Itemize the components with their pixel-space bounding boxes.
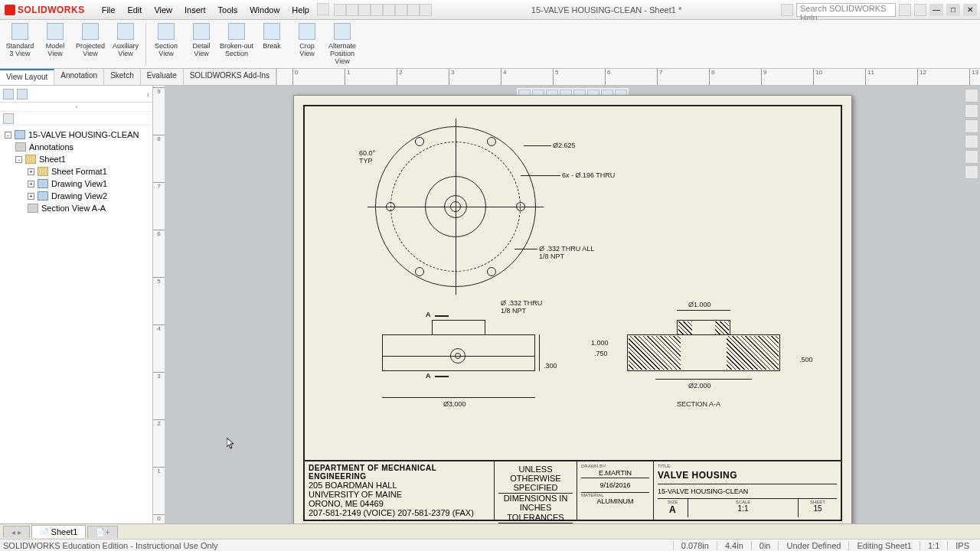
view-palette-icon[interactable] <box>965 135 978 148</box>
tree-sheet-format[interactable]: +Sheet Format1 <box>2 165 151 178</box>
print-icon[interactable] <box>371 4 383 16</box>
view-icon <box>38 179 48 188</box>
filter-icon[interactable] <box>3 113 14 124</box>
select-icon[interactable] <box>395 4 407 16</box>
menu-view[interactable]: View <box>149 3 177 17</box>
dim-angle: 60.0° TYP <box>359 149 375 165</box>
tab-view-layout[interactable]: View Layout <box>0 69 54 85</box>
menu-edit[interactable]: Edit <box>122 3 146 17</box>
tree-sheet1[interactable]: -Sheet1 <box>2 153 151 165</box>
ruler-h-tick: 9 <box>761 69 766 85</box>
menu-help[interactable]: Help <box>287 3 314 17</box>
menu-file[interactable]: File <box>97 3 120 17</box>
toggle-icon[interactable]: + <box>28 193 34 200</box>
centerline-horiz <box>382 356 535 357</box>
toggle-icon[interactable]: - <box>5 132 11 139</box>
broken-section-button[interactable]: Broken-out Section <box>220 21 253 59</box>
sheet-tab-prev[interactable]: ◂ ▸ <box>3 526 30 538</box>
section-hatch <box>678 321 692 334</box>
tb-scale: 1:1 <box>691 504 795 513</box>
status-defined: Under Defined <box>778 541 848 550</box>
projected-view-button[interactable]: Projected View <box>74 21 107 59</box>
tab-addins[interactable]: SOLIDWORKS Add-Ins <box>184 69 276 85</box>
tb-date: 9/16/2016 <box>581 478 649 493</box>
status-x: 0.078in <box>673 541 717 550</box>
section-view-button[interactable]: Section View <box>149 21 183 59</box>
new-icon[interactable] <box>334 4 346 16</box>
design-library-icon[interactable] <box>965 104 978 118</box>
section-arrow <box>435 376 449 377</box>
custom-props-icon[interactable] <box>965 165 978 179</box>
command-tabs: View Layout Annotation Sketch Evaluate S… <box>0 69 980 86</box>
projected-view-icon <box>82 23 99 40</box>
drawing-icon <box>15 130 25 139</box>
ruler-h-tick: 3 <box>449 69 454 85</box>
tree-section-view[interactable]: Section View A-A <box>2 202 151 214</box>
crop-view-button[interactable]: Crop View <box>290 21 324 59</box>
tb-addr2: UNIVERSITY OF MAINE <box>309 490 490 499</box>
tb-title-col: TITLE: VALVE HOUSING 15-VALVE HOUSING-CL… <box>654 461 841 520</box>
toggle-icon[interactable]: + <box>28 181 34 187</box>
section-hatch <box>715 321 729 334</box>
help-bubble-icon[interactable] <box>781 4 793 16</box>
ruler-h-tick: 11 <box>865 69 874 85</box>
menu-window[interactable]: Window <box>245 3 284 17</box>
search-input[interactable]: Search SOLIDWORKS Help <box>796 3 896 17</box>
crop-view-icon <box>299 23 315 40</box>
sheet-tab-1[interactable]: 📄 Sheet1 <box>31 525 87 538</box>
alternate-position-button[interactable]: Alternate Position View <box>325 21 359 67</box>
dim-bolt-holes: 6x - Ø.196 THRU <box>562 171 615 179</box>
tb-title: VALVE HOUSING <box>658 468 837 484</box>
drawing-canvas[interactable]: Ø2.625 6x - Ø.196 THRU Ø .332 THRU ALL 1… <box>165 86 980 523</box>
help-icon[interactable] <box>914 4 926 16</box>
ruler-v-tick: 8 <box>153 135 165 142</box>
tree-tab-feature-icon[interactable] <box>3 89 14 99</box>
options-icon[interactable] <box>420 4 432 16</box>
standard-3view-button[interactable]: Standard 3 View <box>3 21 37 59</box>
file-explorer-icon[interactable] <box>965 119 978 133</box>
tree-drawing-view1[interactable]: +Drawing View1 <box>2 178 151 190</box>
close-button[interactable]: ✕ <box>963 4 977 16</box>
appearances-icon[interactable] <box>965 150 978 164</box>
tab-annotation[interactable]: Annotation <box>54 69 104 85</box>
rebuild-icon[interactable] <box>407 4 420 16</box>
sheet-tab-add[interactable]: 📄+ <box>87 526 118 538</box>
restore-button[interactable]: □ <box>946 4 960 16</box>
tb-addr1: 205 BOARDMAN HALL <box>309 481 490 490</box>
resources-icon[interactable] <box>965 89 978 103</box>
standard-3view-icon <box>11 23 28 40</box>
ruler-h-tick: 13 <box>969 69 978 85</box>
detail-view-button[interactable]: Detail View <box>185 21 218 59</box>
sheet-icon <box>25 155 36 164</box>
toggle-icon[interactable]: + <box>28 168 34 175</box>
tb-dept: DEPARTMENT OF MECHANICAL ENGINEERING <box>309 464 490 481</box>
undo-icon[interactable] <box>383 4 395 16</box>
tab-evaluate[interactable]: Evaluate <box>141 69 184 85</box>
model-view-button[interactable]: Model View <box>38 21 72 59</box>
tree-root[interactable]: -15-VALVE HOUSING-CLEAN <box>2 129 151 141</box>
pin-icon[interactable] <box>317 3 329 15</box>
ruler-h-tick: 4 <box>501 69 506 85</box>
tab-sketch[interactable]: Sketch <box>104 69 141 85</box>
drawing-sheet[interactable]: Ø2.625 6x - Ø.196 THRU Ø .332 THRU ALL 1… <box>293 95 852 523</box>
tb-bottom-row: SIZE A SCALE 1:1 SHEET 15 <box>658 499 837 517</box>
tree-tab-property-icon[interactable] <box>17 89 28 99</box>
search-icon[interactable] <box>899 4 911 16</box>
menu-insert[interactable]: Insert <box>180 3 211 17</box>
menu-tools[interactable]: Tools <box>214 3 243 17</box>
tree-drawing-view2[interactable]: +Drawing View2 <box>2 190 151 202</box>
toggle-icon[interactable]: - <box>15 156 22 163</box>
break-button[interactable]: Break <box>255 21 289 51</box>
tree-filter-row <box>0 112 152 126</box>
ruler-h-tick: 5 <box>553 69 558 85</box>
horizontal-ruler: 012345678910111213 <box>276 69 980 85</box>
main-area: › ∘ -15-VALVE HOUSING-CLEAN Annotations … <box>0 86 980 523</box>
auxiliary-view-button[interactable]: Auxiliary View <box>109 21 142 59</box>
tree-expand-icon[interactable]: › <box>146 90 149 99</box>
tree-annotations[interactable]: Annotations <box>2 141 151 153</box>
ruler-v-tick: 9 <box>153 87 165 95</box>
minimize-button[interactable]: — <box>929 4 943 16</box>
open-icon[interactable] <box>346 4 358 16</box>
save-icon[interactable] <box>358 4 371 16</box>
ruler-h-tick: 0 <box>292 69 298 85</box>
